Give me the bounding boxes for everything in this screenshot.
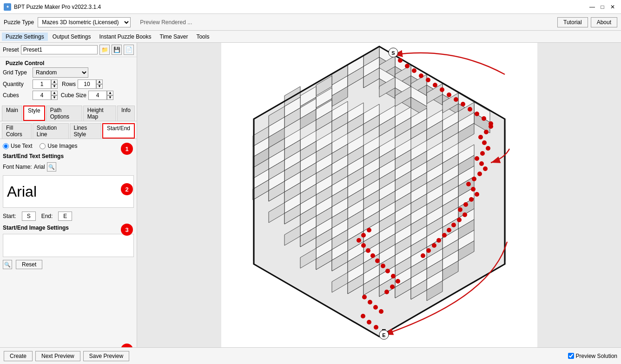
svg-point-354 xyxy=(419,73,423,78)
tutorial-button[interactable]: Tutorial xyxy=(557,17,588,27)
menu-puzzle-settings[interactable]: Puzzle Settings xyxy=(2,33,48,41)
svg-point-347 xyxy=(426,248,431,253)
subtab-lines-style[interactable]: Lines Style xyxy=(70,123,101,139)
image-search-button[interactable]: 🔍 xyxy=(3,260,12,269)
svg-point-339 xyxy=(458,207,462,212)
image-preview-box xyxy=(3,234,134,257)
font-preview: Arial xyxy=(3,175,134,208)
svg-point-366 xyxy=(367,320,371,324)
next-preview-button[interactable]: Next Preview xyxy=(35,351,80,361)
tab-path-options[interactable]: Path Options xyxy=(46,106,82,121)
svg-point-383 xyxy=(368,300,372,304)
grid-type-row: Grid Type Random xyxy=(3,67,134,78)
image-controls: 🔍 Reset xyxy=(3,260,134,269)
svg-point-342 xyxy=(451,223,456,227)
tab-style[interactable]: Style xyxy=(23,106,45,121)
font-preview-text: Arial xyxy=(7,183,37,200)
font-search-button[interactable]: 🔍 xyxy=(47,162,56,172)
svg-point-356 xyxy=(433,83,437,87)
reset-button[interactable]: Reset xyxy=(16,260,42,269)
puzzle-type-select[interactable]: Mazes 3D Isometric (Licensed) xyxy=(38,17,131,27)
preset-folder-button[interactable]: 📁 xyxy=(99,45,110,55)
tab-info[interactable]: Info xyxy=(117,106,135,121)
start-end-row: Start: End: xyxy=(3,212,134,221)
radio-use-images[interactable]: Use Images xyxy=(40,143,77,149)
cube-size-input[interactable] xyxy=(88,91,107,100)
cubes-spin-down[interactable]: ▼ xyxy=(51,95,58,100)
svg-point-333 xyxy=(472,177,476,181)
end-input[interactable] xyxy=(58,212,72,221)
create-button[interactable]: Create xyxy=(4,351,33,361)
cubes-label: Cubes xyxy=(3,92,31,99)
section-title: Puzzle Control xyxy=(3,59,134,67)
minimize-button[interactable]: — xyxy=(588,2,597,12)
canvas-area: S E xyxy=(137,43,621,347)
svg-point-324 xyxy=(484,130,489,134)
rows-spin-up[interactable]: ▲ xyxy=(96,79,103,84)
preview-text: Preview Rendered ... xyxy=(140,19,192,26)
svg-point-357 xyxy=(440,87,444,92)
preset-row: Preset Preset1 📁 💾 📄 xyxy=(0,43,137,57)
svg-point-381 xyxy=(367,228,371,232)
cube-size-spin-down[interactable]: ▼ xyxy=(107,95,113,100)
rows-spin-down[interactable]: ▼ xyxy=(96,84,103,89)
svg-point-370 xyxy=(390,285,395,289)
start-input[interactable] xyxy=(22,212,36,221)
preset-input[interactable]: Preset1 xyxy=(21,45,98,54)
font-name-value: Arial xyxy=(34,164,45,170)
grid-type-select[interactable]: Random xyxy=(33,67,88,78)
svg-point-358 xyxy=(447,93,451,97)
puzzle-type-label: Puzzle Type xyxy=(4,19,34,26)
subtab-fill-colors[interactable]: Fill Colors xyxy=(2,123,32,139)
badge-1: 1 xyxy=(121,143,133,155)
radio-use-text[interactable]: Use Text xyxy=(3,143,32,149)
svg-point-338 xyxy=(463,202,468,207)
preview-solution-checkbox[interactable] xyxy=(568,353,574,359)
menu-output-settings[interactable]: Output Settings xyxy=(49,33,95,41)
svg-point-345 xyxy=(436,238,441,243)
svg-point-351 xyxy=(398,58,403,63)
save-preview-button[interactable]: Save Preview xyxy=(83,351,129,361)
cube-size-spin-up[interactable]: ▲ xyxy=(107,91,113,95)
tab-content: Use Text Use Images Start/End Text Setti… xyxy=(0,139,137,347)
svg-point-364 xyxy=(489,121,493,126)
preset-save-as-button[interactable]: 📄 xyxy=(124,45,134,55)
quantity-spin-down[interactable]: ▼ xyxy=(51,84,58,89)
preset-save-button[interactable]: 💾 xyxy=(112,45,122,55)
badge-3: 3 xyxy=(121,224,133,236)
svg-point-335 xyxy=(471,187,476,192)
radio-group: Use Text Use Images xyxy=(3,143,134,149)
svg-point-374 xyxy=(381,264,385,268)
cubes-input[interactable] xyxy=(33,91,51,100)
subtab-start-end[interactable]: Start/End xyxy=(102,123,135,139)
preset-label: Preset xyxy=(3,46,19,53)
svg-point-330 xyxy=(479,161,484,166)
svg-point-334 xyxy=(466,182,471,186)
cubes-row: Cubes ▲ ▼ Cube Size ▲ ▼ xyxy=(3,91,134,100)
menu-instant-puzzle-books[interactable]: Instant Puzzle Books xyxy=(95,33,155,41)
tab-main[interactable]: Main xyxy=(2,106,22,121)
tab-height-map[interactable]: Height Map xyxy=(83,106,116,121)
top-toolbar: Puzzle Type Mazes 3D Isometric (Licensed… xyxy=(0,14,621,31)
quantity-spin-up[interactable]: ▲ xyxy=(51,79,58,84)
close-button[interactable]: ✕ xyxy=(608,2,617,12)
quantity-input[interactable] xyxy=(33,79,51,89)
cube-size-label: Cube Size xyxy=(59,92,86,99)
menu-time-saver[interactable]: Time Saver xyxy=(156,33,192,41)
svg-point-369 xyxy=(384,290,389,294)
app-icon: ★ xyxy=(4,3,11,11)
menu-tools[interactable]: Tools xyxy=(192,33,213,41)
svg-point-380 xyxy=(361,233,366,238)
svg-point-376 xyxy=(370,253,375,258)
preview-solution-checkbox-label[interactable]: Preview Solution xyxy=(568,353,617,359)
svg-point-378 xyxy=(361,243,366,248)
subtab-solution-line[interactable]: Solution Line xyxy=(33,123,69,139)
app-title: BPT Puzzle Maker Pro v2022.3.1.4 xyxy=(14,4,101,10)
svg-point-326 xyxy=(482,140,487,145)
maximize-button[interactable]: □ xyxy=(598,2,607,12)
svg-point-361 xyxy=(468,107,472,112)
about-button[interactable]: About xyxy=(591,17,617,27)
rows-input[interactable] xyxy=(78,79,96,89)
grid-type-label: Grid Type xyxy=(3,69,31,76)
cubes-spin-up[interactable]: ▲ xyxy=(51,91,58,95)
